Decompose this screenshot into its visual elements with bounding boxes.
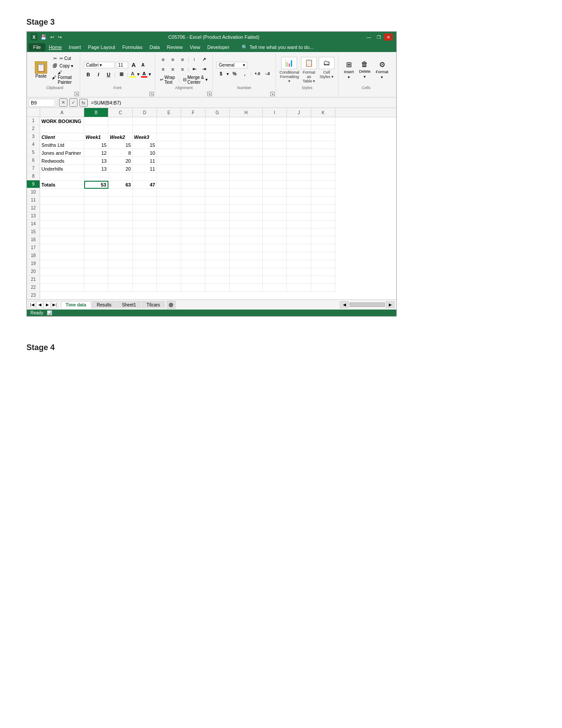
cell-k10[interactable] [311,189,335,197]
cell-a3[interactable]: Client [40,133,84,141]
underline-btn[interactable]: U [104,70,113,79]
cell-c3[interactable]: Week2 [108,133,133,141]
cell-a5[interactable]: Jones and Partner [40,149,84,157]
font-grow-btn[interactable]: A [130,61,138,69]
fill-color-btn[interactable]: A [130,71,136,78]
cell-i1[interactable] [263,117,287,125]
cell-g2[interactable] [205,125,230,133]
cell-b6[interactable]: 13 [84,157,108,165]
cell-h6[interactable] [230,157,263,165]
cell-d9[interactable]: 47 [133,181,157,189]
cell-f10[interactable] [181,189,205,197]
sheet-nav-last[interactable]: ▶| [51,301,58,308]
font-color-btn[interactable]: A [141,71,147,78]
menu-page-layout[interactable]: Page Layout [85,43,119,51]
cell-b4[interactable]: 15 [84,141,108,149]
menu-file[interactable]: File [29,43,45,51]
cell-a6[interactable]: Redwoods [40,157,84,165]
row-header-23[interactable]: 23 [27,291,40,299]
cell-c6[interactable]: 20 [108,157,133,165]
cell-k8[interactable] [311,173,335,181]
close-btn[interactable]: ✕ [384,34,393,41]
cell-e6[interactable] [157,157,181,165]
cell-i5[interactable] [263,149,287,157]
cell-b9[interactable]: 53 [84,181,108,189]
copy-button[interactable]: 🗐 Copy ▾ [51,62,76,69]
format-cells-btn[interactable]: ⚙ Format ▾ [374,60,390,80]
number-format-dropdown[interactable]: General ▾ [216,62,247,68]
cell-g7[interactable] [205,165,230,173]
cell-d5[interactable]: 10 [133,149,157,157]
cancel-formula-btn[interactable]: ✕ [59,98,67,107]
cell-h7[interactable] [230,165,263,173]
format-as-table-btn[interactable]: 📋 Format asTable ▾ [301,57,317,83]
col-header-e[interactable]: E [157,108,181,117]
cell-e5[interactable] [157,149,181,157]
confirm-formula-btn[interactable]: ✓ [69,98,78,107]
row-header-3[interactable]: 3 [27,133,40,141]
cell-d7[interactable]: 11 [133,165,157,173]
cell-a9[interactable]: Totals [40,181,84,189]
bold-btn[interactable]: B [84,70,93,79]
alignment-launcher[interactable]: ↘ [207,92,212,96]
cell-c10[interactable] [108,189,133,197]
row-header-19[interactable]: 19 [27,260,40,268]
cell-d4[interactable]: 15 [133,141,157,149]
font-size-input[interactable]: 11 [116,62,128,68]
row-header-22[interactable]: 22 [27,284,40,291]
save-quick-btn[interactable]: 💾 [39,34,48,41]
cell-k7[interactable] [311,165,335,173]
cell-i6[interactable] [263,157,287,165]
cell-g4[interactable] [205,141,230,149]
row-header-16[interactable]: 16 [27,236,40,244]
cell-h10[interactable] [230,189,263,197]
cell-a2[interactable] [40,125,84,133]
cell-d3[interactable]: Week3 [133,133,157,141]
cell-a1[interactable]: WORK BOOKING [40,117,84,125]
tab-results[interactable]: Results [92,301,116,308]
cell-c1[interactable] [108,117,133,125]
align-left-btn[interactable]: ≡ [159,65,167,74]
cell-c2[interactable] [108,125,133,133]
cell-f7[interactable] [181,165,205,173]
cell-k3[interactable] [311,133,335,141]
cell-styles-btn[interactable]: 🗂 CellStyles ▾ [319,57,335,79]
col-header-i[interactable]: I [263,108,287,117]
row-header-13[interactable]: 13 [27,212,40,220]
formula-input[interactable] [89,100,395,106]
cell-e3[interactable] [157,133,181,141]
cell-b5[interactable]: 12 [84,149,108,157]
cell-c9[interactable]: 63 [108,181,133,189]
name-box[interactable] [29,99,55,107]
cell-h9[interactable] [230,181,263,189]
cell-c4[interactable]: 15 [108,141,133,149]
cell-j2[interactable] [287,125,311,133]
align-top-btn[interactable]: ≡ [159,55,167,64]
cell-b7[interactable]: 13 [84,165,108,173]
font-shrink-btn[interactable]: A [139,61,147,69]
cell-i4[interactable] [263,141,287,149]
row-header-20[interactable]: 20 [27,268,40,276]
tell-me-text[interactable]: Tell me what you want to do... [249,45,313,50]
tab-time-data[interactable]: Time data [61,301,91,309]
conditional-formatting-btn[interactable]: 📊 ConditionalFormatting ▾ [279,57,299,83]
italic-btn[interactable]: I [94,70,103,79]
col-header-b[interactable]: B [84,108,108,117]
add-sheet-btn[interactable]: ⊕ [167,301,175,309]
cell-f2[interactable] [181,125,205,133]
row-header-15[interactable]: 15 [27,228,40,236]
cell-e1[interactable] [157,117,181,125]
row-header-5[interactable]: 5 [27,149,40,157]
comma-btn[interactable]: , [240,69,249,78]
cell-j10[interactable] [287,189,311,197]
cell-i9[interactable] [263,181,287,189]
clipboard-launcher[interactable]: ↘ [74,92,79,96]
cell-e9[interactable] [157,181,181,189]
cell-f4[interactable] [181,141,205,149]
cell-i7[interactable] [263,165,287,173]
row-header-6[interactable]: 6 [27,157,40,164]
menu-insert[interactable]: Insert [65,43,85,51]
row-header-2[interactable]: 2 [27,125,40,133]
scroll-left-btn[interactable]: ◀ [340,301,349,308]
cell-k5[interactable] [311,149,335,157]
